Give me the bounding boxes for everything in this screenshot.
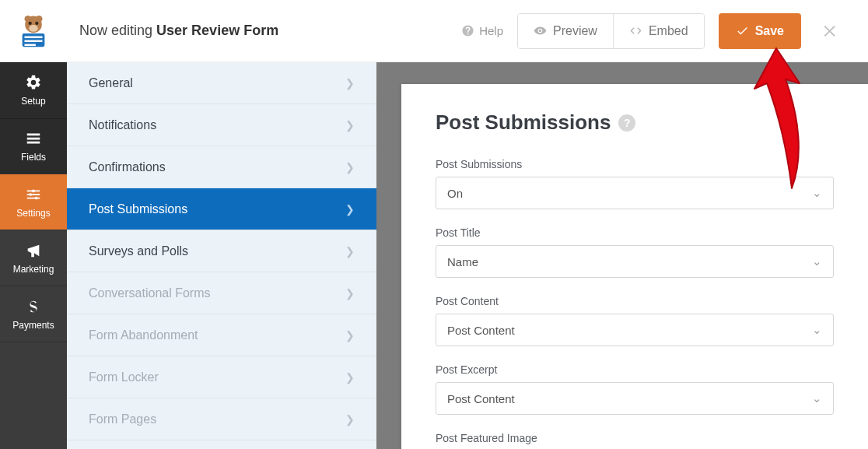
chevron-right-icon: ❯ xyxy=(345,329,355,342)
subnav-label: Notifications xyxy=(89,118,156,132)
post-content-select[interactable]: Post Content ⌄ xyxy=(436,314,834,346)
rail-item-settings[interactable]: Settings xyxy=(0,174,67,230)
chevron-right-icon: ❯ xyxy=(345,371,355,384)
save-label: Save xyxy=(755,24,784,38)
svg-point-12 xyxy=(35,196,38,199)
chevron-right-icon: ❯ xyxy=(345,245,355,258)
subnav-item-post-submissions[interactable]: Post Submissions ❯ xyxy=(67,188,376,230)
chevron-right-icon: ❯ xyxy=(345,77,355,89)
field-label-featured-image: Post Featured Image xyxy=(436,432,834,444)
help-icon xyxy=(461,24,474,37)
svg-point-11 xyxy=(30,193,33,196)
help-label: Help xyxy=(479,24,503,37)
rail-label: Fields xyxy=(21,152,46,163)
info-icon[interactable]: ? xyxy=(618,114,635,132)
code-icon xyxy=(629,24,642,37)
panel-title-row: Post Submissions ? xyxy=(436,110,834,135)
sidebar-rail: Setup Fields Settings Marketing Payments xyxy=(0,62,67,449)
svg-rect-9 xyxy=(25,44,36,46)
subnav-label: Conversational Forms xyxy=(89,286,211,300)
main-layout: Setup Fields Settings Marketing Payments xyxy=(0,62,868,449)
subnav-item-conversational[interactable]: Conversational Forms ❯ xyxy=(67,272,376,314)
post-excerpt-select[interactable]: Post Content ⌄ xyxy=(436,382,834,415)
subnav-item-general[interactable]: General ❯ xyxy=(67,62,376,104)
subnav-item-form-pages[interactable]: Form Pages ❯ xyxy=(67,398,376,440)
subnav-label: Confirmations xyxy=(89,160,166,174)
embed-label: Embed xyxy=(649,24,688,38)
save-button[interactable]: Save xyxy=(719,13,801,49)
field-label: Post Excerpt xyxy=(436,363,834,376)
chevron-right-icon: ❯ xyxy=(345,413,355,426)
field-post-submissions: Post Submissions On ⌄ xyxy=(436,158,834,209)
subnav-label: Form Locker xyxy=(89,370,159,384)
eye-icon xyxy=(534,24,547,37)
chevron-down-icon: ⌄ xyxy=(812,323,822,337)
sliders-icon xyxy=(25,186,42,203)
rail-item-payments[interactable]: Payments xyxy=(0,286,67,342)
subnav-item-notifications[interactable]: Notifications ❯ xyxy=(67,104,376,146)
dollar-icon xyxy=(25,298,42,315)
editing-prefix: Now editing xyxy=(79,23,152,38)
rail-item-setup[interactable]: Setup xyxy=(0,62,67,118)
svg-point-5 xyxy=(29,25,38,32)
settings-panel: Post Submissions ? Post Submissions On ⌄… xyxy=(401,84,868,449)
app-logo xyxy=(0,0,67,62)
subnav-item-surveys[interactable]: Surveys and Polls ❯ xyxy=(67,230,376,272)
field-label: Post Title xyxy=(436,226,834,239)
select-value: Post Content xyxy=(447,324,515,337)
field-label: Post Content xyxy=(436,295,834,307)
settings-subnav: General ❯ Notifications ❯ Confirmations … xyxy=(67,62,376,449)
post-submissions-select[interactable]: On ⌄ xyxy=(436,177,834,209)
subnav-item-abandonment[interactable]: Form Abandonment ❯ xyxy=(67,314,376,356)
select-value: Post Content xyxy=(447,392,515,405)
rail-filler xyxy=(0,342,67,449)
embed-button[interactable]: Embed xyxy=(613,14,704,48)
preview-label: Preview xyxy=(553,24,597,38)
close-icon xyxy=(822,23,839,40)
rail-label: Payments xyxy=(12,320,54,331)
rail-item-fields[interactable]: Fields xyxy=(0,118,67,174)
subnav-label: Surveys and Polls xyxy=(89,244,188,258)
field-label: Post Submissions xyxy=(436,158,834,170)
page-title: Now editing User Review Form xyxy=(79,23,278,39)
subnav-label: Form Abandonment xyxy=(89,328,198,342)
top-bar: Now editing User Review Form Help Previe… xyxy=(0,0,868,62)
subnav-label: General xyxy=(89,76,133,90)
field-post-title: Post Title Name ⌄ xyxy=(436,226,834,278)
preview-button[interactable]: Preview xyxy=(518,14,613,48)
svg-point-10 xyxy=(32,189,35,192)
post-title-select[interactable]: Name ⌄ xyxy=(436,245,834,278)
list-icon xyxy=(25,130,42,147)
chevron-right-icon: ❯ xyxy=(345,161,355,174)
svg-rect-7 xyxy=(25,36,43,38)
canvas: Post Submissions ? Post Submissions On ⌄… xyxy=(376,62,868,449)
panel-title: Post Submissions xyxy=(436,110,611,135)
help-link[interactable]: Help xyxy=(461,24,503,37)
svg-rect-8 xyxy=(25,40,43,42)
field-post-content: Post Content Post Content ⌄ xyxy=(436,295,834,346)
subnav-label: Post Submissions xyxy=(89,202,187,216)
svg-point-3 xyxy=(29,21,32,24)
field-post-excerpt: Post Excerpt Post Content ⌄ xyxy=(436,363,834,415)
select-value: Name xyxy=(447,255,478,268)
close-button[interactable] xyxy=(809,0,852,62)
svg-point-1 xyxy=(25,15,32,22)
rail-item-marketing[interactable]: Marketing xyxy=(0,230,67,286)
svg-point-4 xyxy=(35,21,38,24)
chevron-right-icon: ❯ xyxy=(345,203,355,216)
chevron-right-icon: ❯ xyxy=(345,119,355,132)
subnav-item-confirmations[interactable]: Confirmations ❯ xyxy=(67,146,376,188)
svg-point-2 xyxy=(36,15,43,22)
subnav-item-form-locker[interactable]: Form Locker ❯ xyxy=(67,356,376,398)
rail-label: Setup xyxy=(21,96,45,107)
chevron-right-icon: ❯ xyxy=(345,287,355,300)
bullhorn-icon xyxy=(25,242,42,259)
rail-label: Settings xyxy=(16,208,50,219)
rail-label: Marketing xyxy=(13,264,54,275)
subnav-label: Form Pages xyxy=(89,412,156,426)
chevron-down-icon: ⌄ xyxy=(812,186,822,200)
select-value: On xyxy=(447,187,463,200)
chevron-down-icon: ⌄ xyxy=(812,391,822,405)
gear-icon xyxy=(25,74,42,91)
chevron-down-icon: ⌄ xyxy=(812,254,822,268)
